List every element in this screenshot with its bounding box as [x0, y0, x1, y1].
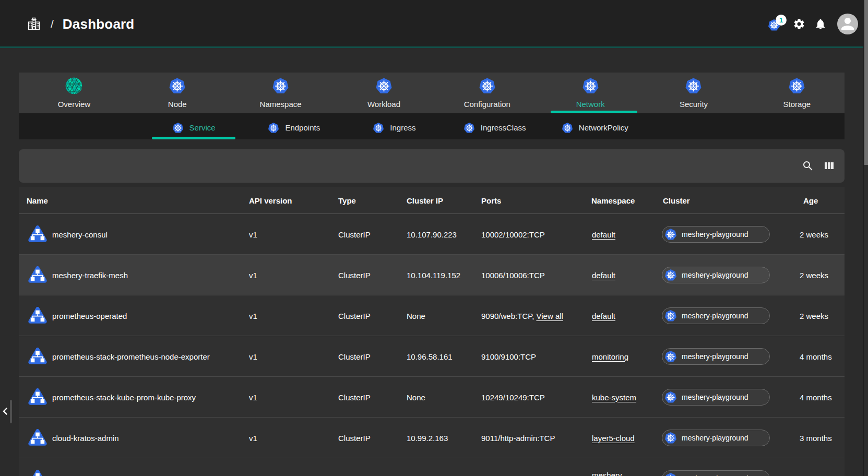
page-scrollbar[interactable] [863, 0, 868, 476]
primary-tab-storage[interactable]: Storage [745, 73, 845, 113]
view-columns-icon[interactable] [823, 160, 835, 172]
user-avatar[interactable] [837, 14, 858, 34]
ports-value: 10002/10002:TCP [481, 230, 545, 239]
collapse-sidebar-button[interactable] [0, 404, 13, 419]
column-header-namespace[interactable]: Namespace [591, 187, 635, 214]
primary-tab-network[interactable]: Network [539, 73, 642, 113]
secondary-tab-ingressclass[interactable]: IngressClass [445, 113, 545, 139]
table-body: meshery-consul v1 ClusterIP 10.107.90.22… [19, 214, 845, 476]
tab-label: Network [576, 100, 605, 109]
service-resource-icon [27, 265, 48, 285]
cluster-chip[interactable]: meshery-playground [662, 389, 770, 406]
primary-tab-configuration[interactable]: Configuration [435, 73, 539, 113]
secondary-tab-networkpolicy[interactable]: NetworkPolicy [545, 113, 645, 139]
service-resource-icon [27, 346, 48, 367]
cluster-chip[interactable]: meshery-playground [662, 307, 770, 324]
column-header-cluster[interactable]: Cluster [663, 187, 690, 214]
cell-cluster-ip: 10.96.58.161 [407, 336, 453, 377]
table-row[interactable]: prometheus-stack-prometheus-node-exporte… [19, 336, 845, 377]
table-row[interactable]: cloud-kratos-admin v1 ClusterIP 10.99.2.… [19, 418, 845, 458]
cluster-name: meshery-playground [682, 271, 748, 279]
column-header-name[interactable]: Name [27, 187, 48, 214]
namespace-link[interactable]: default [592, 230, 615, 239]
column-header-ports[interactable]: Ports [481, 187, 501, 214]
secondary-tab-ingress[interactable]: Ingress [344, 113, 444, 139]
cell-cluster: meshery-playground [662, 214, 770, 255]
kubernetes-icon [479, 77, 496, 94]
ports-value: 9100/9100:TCP [481, 352, 536, 361]
cell-cluster-ip: 10.104.119.152 [407, 255, 460, 295]
namespace-link[interactable]: monitoring [592, 352, 628, 361]
kubernetes-icon [788, 77, 805, 94]
namespace-link[interactable]: meshery [592, 471, 622, 476]
namespace-link[interactable]: layer5-cloud [592, 434, 635, 443]
column-header-type[interactable]: Type [338, 187, 356, 214]
services-table: Name API version Type Cluster IP Ports N… [19, 187, 845, 476]
tab-label: Overview [58, 100, 91, 109]
primary-tab-node[interactable]: Node [126, 73, 229, 113]
cell-type: ClusterIP [338, 214, 371, 255]
namespace-link[interactable]: default [592, 312, 615, 320]
cluster-chip[interactable]: meshery-playground [662, 348, 770, 365]
namespace-link[interactable]: default [592, 271, 615, 280]
notifications-button[interactable] [814, 18, 827, 30]
organization-logo-icon[interactable] [27, 17, 41, 31]
kubernetes-icon [582, 77, 599, 94]
kubernetes-icon [664, 269, 677, 281]
cell-cluster: meshery-playground [662, 336, 770, 377]
tab-label: Ingress [390, 123, 415, 132]
cell-cluster: meshery-playground [662, 418, 770, 458]
column-header-cluster-ip[interactable]: Cluster IP [407, 187, 443, 214]
cell-api-version: v1 [249, 336, 257, 377]
settings-button[interactable] [793, 18, 805, 30]
cell-type: ClusterIP [338, 336, 371, 377]
column-header-age[interactable]: Age [803, 187, 818, 214]
tab-label: IngressClass [481, 123, 526, 132]
cell-cluster-ip: 10.107.90.223 [407, 214, 457, 255]
service-resource-icon [27, 427, 48, 448]
primary-tab-workload[interactable]: Workload [332, 73, 436, 113]
primary-tab-security[interactable]: Security [642, 73, 745, 113]
cell-name: cloud-kratos-admin [52, 418, 119, 458]
primary-tab-overview[interactable]: Overview [22, 73, 126, 113]
table-row[interactable]: prometheus-stack-kube-prom-kube-proxy v1… [19, 377, 845, 418]
secondary-tab-endpoints[interactable]: Endpoints [244, 113, 344, 139]
cluster-chip[interactable]: meshery-playground [662, 226, 770, 243]
table-toolbar [19, 149, 845, 183]
cell-ports: 9011/http-admin:TCP [481, 418, 555, 458]
column-header-api-version[interactable]: API version [249, 187, 292, 214]
cell-ports: 9090/web:TCP,View all [481, 295, 563, 336]
cluster-chip[interactable]: meshery-playground [662, 470, 770, 476]
kubernetes-icon [562, 122, 573, 134]
service-resource-icon [27, 224, 48, 245]
cluster-chip[interactable]: meshery-playground [662, 430, 770, 446]
cell-api-version: v1 [249, 295, 257, 336]
cell-cluster: meshery-playground [662, 377, 770, 418]
cell-name: prometheus-stack-prometheus-node-exporte… [52, 336, 210, 377]
kubernetes-context-button[interactable]: 1 [766, 15, 783, 33]
scrollbar-thumb[interactable] [864, 0, 868, 165]
cluster-name: meshery-playground [682, 312, 748, 320]
view-all-ports-link[interactable]: View all [536, 312, 563, 320]
cluster-chip[interactable]: meshery-playground [662, 267, 770, 283]
table-row[interactable]: meshery-consul v1 ClusterIP 10.107.90.22… [19, 214, 845, 255]
table-row[interactable]: meshery meshery-playground [19, 458, 845, 476]
namespace-link[interactable]: kube-system [592, 393, 636, 402]
kubernetes-icon [172, 122, 184, 134]
service-resource-icon [27, 468, 48, 476]
ports-value: 9090/web:TCP, [481, 312, 534, 320]
service-resource-icon [27, 387, 48, 408]
secondary-tab-service[interactable]: Service [144, 113, 244, 139]
cell-age: 2 weeks [800, 295, 828, 336]
tab-label: Workload [367, 100, 400, 109]
tab-label: Service [189, 123, 216, 132]
cell-age: 2 weeks [800, 214, 828, 255]
ports-value: 10249/10249:TCP [481, 393, 545, 402]
table-row[interactable]: prometheus-operated v1 ClusterIP None 90… [19, 295, 845, 336]
tab-label: Namespace [260, 100, 302, 109]
cell-cluster: meshery-playground [662, 255, 770, 295]
primary-tab-namespace[interactable]: Namespace [229, 73, 332, 113]
table-row[interactable]: meshery-traefik-mesh v1 ClusterIP 10.104… [19, 255, 845, 295]
search-icon[interactable] [802, 160, 814, 172]
kubernetes-icon [373, 122, 384, 134]
